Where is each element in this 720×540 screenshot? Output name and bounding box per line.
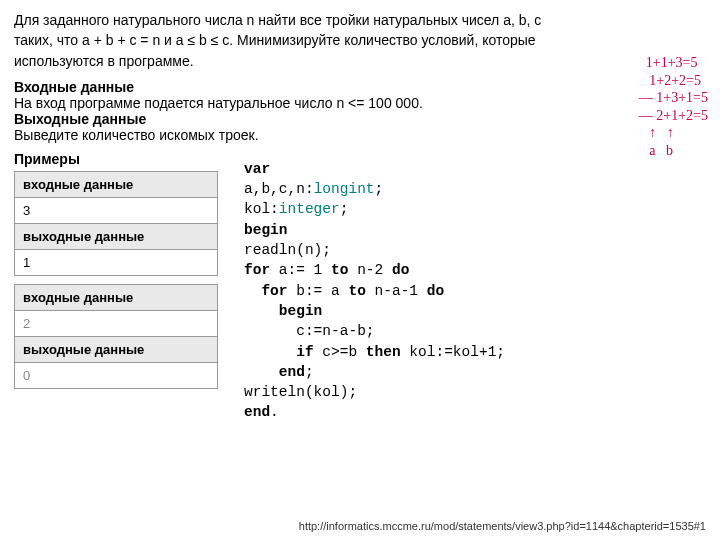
kw-then: then	[366, 344, 401, 360]
code-text: readln(n);	[244, 242, 331, 258]
kw-end: end	[244, 404, 270, 420]
output-section: Выходные данные Выведите количество иско…	[14, 111, 706, 143]
code-block: var a,b,c,n:longint; kol:integer; begin …	[244, 151, 505, 423]
code-text: n-2	[348, 262, 392, 278]
output-title: Выходные данные	[14, 111, 146, 127]
hdr-out: выходные данные	[15, 336, 218, 362]
code-text: .	[270, 404, 279, 420]
hdr-in: входные данные	[15, 284, 218, 310]
kw-begin: begin	[279, 303, 323, 319]
cell-in: 3	[15, 197, 218, 223]
example-table-2: входные данные 2 выходные данные 0	[14, 284, 218, 389]
source-url: http://informatics.mccme.ru/mod/statemen…	[299, 520, 706, 532]
code-text: a:= 1	[270, 262, 331, 278]
code-text: c>=b	[314, 344, 366, 360]
examples-block: Примеры входные данные 3 выходные данные…	[14, 151, 218, 423]
code-text: n-a-1	[366, 283, 427, 299]
code-text: b:= a	[288, 283, 349, 299]
hdr-out: выходные данные	[15, 223, 218, 249]
input-text: На вход программе подается натуральное ч…	[14, 95, 423, 111]
output-text: Выведите количество искомых троек.	[14, 127, 259, 143]
code-text: c:=n-a-b;	[296, 323, 374, 339]
kw-to: to	[348, 283, 365, 299]
hdr-in: входные данные	[15, 171, 218, 197]
kw-for: for	[244, 262, 270, 278]
kw-var: var	[244, 161, 270, 177]
problem-statement: Для заданного натурального числа n найти…	[14, 10, 564, 71]
code-text: ;	[375, 181, 384, 197]
kw-do: do	[427, 283, 444, 299]
cell-out: 0	[15, 362, 218, 388]
examples-title: Примеры	[14, 151, 218, 167]
type-integer: integer	[279, 201, 340, 217]
kw-do: do	[392, 262, 409, 278]
kw-end: end	[279, 364, 305, 380]
kw-begin: begin	[244, 222, 288, 238]
type-longint: longint	[314, 181, 375, 197]
code-text: kol:=kol+1;	[401, 344, 505, 360]
cell-out: 1	[15, 249, 218, 275]
code-text: kol:	[244, 201, 279, 217]
kw-to: to	[331, 262, 348, 278]
code-text: ;	[340, 201, 349, 217]
code-text: ;	[305, 364, 314, 380]
example-table-1: входные данные 3 выходные данные 1	[14, 171, 218, 276]
handwritten-notes: 1+1+3=5 1+2+2=5 — 1+3+1=5 — 2+1+2=5 ↑ ↑ …	[639, 54, 708, 159]
input-section: Входные данные На вход программе подаетс…	[14, 79, 706, 111]
kw-if: if	[296, 344, 313, 360]
problem-text: Для заданного натурального числа n найти…	[14, 12, 541, 69]
input-title: Входные данные	[14, 79, 134, 95]
kw-for: for	[261, 283, 287, 299]
code-text: writeln(kol);	[244, 384, 357, 400]
code-text: a,b,c,n:	[244, 181, 314, 197]
cell-in: 2	[15, 310, 218, 336]
